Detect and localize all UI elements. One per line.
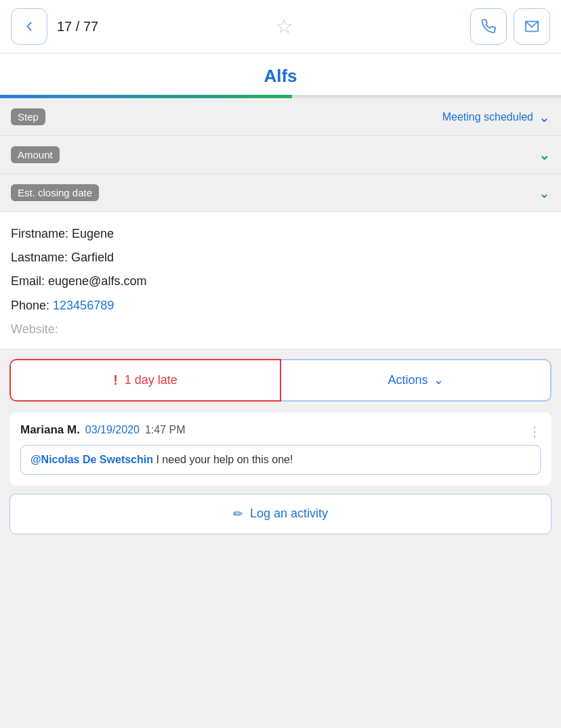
- company-title: Alfs: [0, 53, 561, 95]
- action-buttons-row: ! 1 day late Actions ⌄: [9, 359, 552, 402]
- closing-chevron-icon: ⌄: [539, 185, 550, 201]
- phone-line[interactable]: Phone: 123456789: [11, 297, 550, 314]
- website-label: Website:: [11, 322, 58, 336]
- activity-message-text: I need your help on this one!: [153, 454, 293, 465]
- phone-value[interactable]: 123456789: [53, 299, 114, 312]
- activity-card: Mariana M. 03/19/2020 1:47 PM ⋮ @Nicolas…: [9, 412, 552, 486]
- chevron-left-icon: [22, 19, 37, 34]
- closing-date-value-area: ⌄: [539, 185, 550, 201]
- top-navigation: 17 / 77 ☆: [0, 0, 561, 53]
- activity-more-options[interactable]: ⋮: [528, 423, 542, 440]
- contact-section: Firstname: Eugene Lastname: Garfield Ema…: [0, 212, 561, 349]
- step-chevron-icon: ⌄: [539, 109, 550, 125]
- firstname-label: Firstname:: [11, 227, 68, 240]
- activity-date: 03/19/2020: [85, 424, 140, 436]
- activity-time: 1:47 PM: [145, 424, 186, 436]
- amount-chevron-icon: ⌄: [539, 147, 550, 163]
- step-field-row[interactable]: Step Meeting scheduled ⌄: [0, 98, 561, 136]
- lastname-value: Garfield: [71, 251, 114, 264]
- phone-icon: [481, 19, 496, 34]
- mention-name[interactable]: @Nicolas De Swetschin: [30, 454, 153, 465]
- exclamation-icon: !: [113, 372, 118, 388]
- amount-field-row[interactable]: Amount ⌄: [0, 136, 561, 174]
- phone-button[interactable]: [470, 8, 507, 45]
- log-activity-button[interactable]: ✏ Log an activity: [9, 494, 552, 534]
- closing-date-label: Est. closing date: [11, 184, 99, 201]
- nav-right-group: [470, 8, 550, 45]
- actions-label: Actions: [388, 373, 428, 387]
- actions-chevron-icon: ⌄: [434, 372, 444, 387]
- fields-section: Step Meeting scheduled ⌄ Amount ⌄ Est. c…: [0, 98, 561, 212]
- lastname-line: Lastname: Garfield: [11, 249, 550, 266]
- progress-bar: [0, 95, 561, 98]
- progress-bar-fill: [0, 95, 292, 98]
- mail-icon: [524, 19, 539, 34]
- email-value: eugene@alfs.com: [48, 274, 146, 288]
- website-line: Website:: [11, 321, 550, 338]
- progress-section: Alfs: [0, 53, 561, 98]
- activity-author: Mariana M.: [20, 423, 80, 437]
- firstname-value: Eugene: [72, 227, 114, 240]
- activity-message: @Nicolas De Swetschin I need your help o…: [20, 445, 541, 475]
- step-label: Step: [11, 108, 45, 125]
- late-button[interactable]: ! 1 day late: [9, 359, 281, 402]
- late-label: 1 day late: [125, 373, 178, 387]
- actions-button[interactable]: Actions ⌄: [281, 359, 552, 402]
- page-counter: 17 / 77: [57, 19, 98, 35]
- email-label: Email:: [11, 274, 45, 288]
- nav-left-group: 17 / 77: [11, 8, 98, 45]
- pencil-icon: ✏: [233, 507, 243, 521]
- log-activity-label: Log an activity: [250, 507, 328, 521]
- step-value-area: Meeting scheduled ⌄: [442, 109, 550, 125]
- email-line: Email: eugene@alfs.com: [11, 273, 550, 290]
- firstname-line: Firstname: Eugene: [11, 226, 550, 242]
- amount-label: Amount: [11, 146, 60, 163]
- phone-label: Phone:: [11, 299, 49, 312]
- mail-button[interactable]: [514, 8, 550, 45]
- star-icon[interactable]: ☆: [275, 16, 293, 37]
- closing-date-field-row[interactable]: Est. closing date ⌄: [0, 174, 561, 212]
- lastname-label: Lastname:: [11, 251, 68, 264]
- activity-section: Mariana M. 03/19/2020 1:47 PM ⋮ @Nicolas…: [0, 402, 561, 545]
- activity-header: Mariana M. 03/19/2020 1:47 PM: [20, 423, 541, 437]
- step-value: Meeting scheduled: [442, 111, 533, 123]
- amount-value-area: ⌄: [539, 147, 550, 163]
- back-button[interactable]: [11, 8, 47, 45]
